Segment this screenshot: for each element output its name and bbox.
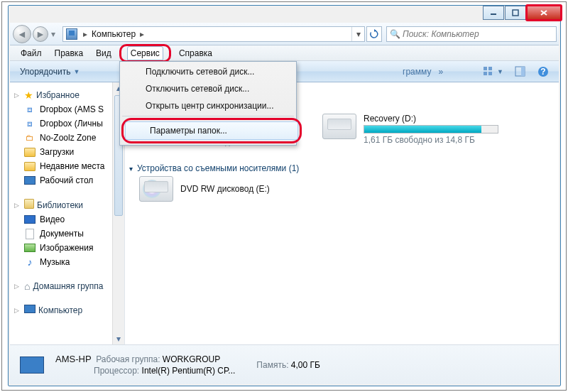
organize-button[interactable]: Упорядочить ▼ [14,65,85,79]
annotation-ring-folder-options: Параметры папок... [121,118,302,143]
details-cpu-value: Intel(R) Pentium(R) CP... [142,366,236,376]
organize-label: Упорядочить [20,67,70,77]
desktop-icon [24,175,36,186]
tools-dropdown: Подключить сетевой диск... Отключить сет… [119,61,297,146]
video-icon [24,214,36,225]
details-workgroup-label: Рабочая группа: [96,354,160,364]
arrow-right-icon: ► [36,28,45,40]
details-workgroup-value: WORKGROUP [163,354,220,364]
menu-map-network-drive[interactable]: Подключить сетевой диск... [121,63,295,80]
scroll-down-icon[interactable]: ▾ [113,333,124,344]
menu-open-sync-center[interactable]: Открыть центр синхронизации... [121,97,295,114]
details-computer-name: AMS-HP [55,354,92,364]
sidebar-item-recent[interactable]: Недавние места [14,159,124,173]
toolbar-text-fragment: грамму [403,67,431,77]
preview-pane-icon [515,66,526,77]
minimize-button[interactable] [483,6,504,20]
menu-view[interactable]: Вид [89,46,118,60]
chevron-down-icon: ▼ [73,68,80,75]
homegroup-icon: ⌂ [24,281,30,292]
menu-edit[interactable]: Правка [48,46,90,60]
explorer-window: ◄ ► ▾ ▸ Компьютер ▸ ▾ 🔍 Файл [8,5,561,386]
chevron-down-icon: ▾ [129,165,133,173]
drive-dvd[interactable]: DVD RW дисковод (E:) [139,176,270,202]
sidebar-item-music[interactable]: ♪Музыка [14,255,124,269]
breadcrumb-dropdown[interactable]: ▾ [351,27,364,41]
libraries-icon [24,199,34,211]
details-memory-value: 4,00 ГБ [291,360,320,370]
svg-rect-6 [484,72,487,75]
computer-large-icon [16,350,48,380]
sidebar-item-desktop[interactable]: Рабочий стол [14,173,124,187]
sidebar-item-nozoolz[interactable]: 🗀No-Zoolz Zone [14,131,124,145]
svg-rect-7 [488,72,492,75]
preview-pane-button[interactable] [509,64,532,80]
sidebar-item-videos[interactable]: Видео [14,212,124,227]
star-icon: ★ [24,89,33,101]
chevron-right-icon[interactable]: ▸ [137,29,147,39]
sidebar-homegroup-header[interactable]: ▷⌂Домашняя группа [14,279,124,293]
document-icon [24,228,36,239]
details-cpu-label: Процессор: [94,366,139,376]
pictures-icon [24,242,36,254]
sidebar-item-dropbox-ams[interactable]: ⧈Dropbox (AMS S [14,102,124,116]
computer-icon [24,305,36,315]
details-memory-label: Память: [256,360,288,370]
menu-separator [122,116,294,116]
tiles-icon [483,66,494,77]
sidebar-computer-header[interactable]: ▷Компьютер [14,303,124,317]
search-input[interactable] [387,29,556,39]
folder-icon: 🗀 [24,132,36,143]
sidebar-item-pictures[interactable]: Изображения [14,241,124,255]
help-button[interactable]: ? [532,64,555,80]
annotation-ring-tools: Сервис [119,44,171,62]
menu-help[interactable]: Справка [173,46,219,60]
sidebar-item-documents[interactable]: Документы [14,227,124,241]
sidebar-libraries-header[interactable]: ▷Библиотеки [14,197,124,212]
sidebar-item-dropbox-personal[interactable]: ⧈Dropbox (Личны [14,116,124,131]
drive-recovery-label: Recovery (D:) [364,114,498,124]
recent-icon [24,160,36,172]
toolbar-overflow[interactable]: » [438,67,443,77]
refresh-icon [369,29,379,39]
svg-rect-1 [513,10,518,16]
sidebar-item-downloads[interactable]: Загрузки [14,145,124,159]
drive-recovery-subtext: 1,61 ГБ свободно из 14,8 ГБ [364,135,498,145]
maximize-button[interactable] [505,6,526,20]
refresh-button[interactable] [366,26,382,42]
menu-tools[interactable]: Сервис [127,46,163,60]
details-pane: AMS-HP Рабочая группа: WORKGROUP Процесс… [10,344,559,384]
music-icon: ♪ [24,256,36,268]
svg-rect-9 [521,67,525,76]
sidebar-favorites-header[interactable]: ▷★Избранное [14,88,124,102]
drive-recovery[interactable]: Recovery (D:) 1,61 ГБ свободно из 14,8 Г… [322,114,498,145]
window-controls [483,5,561,22]
history-dropdown[interactable]: ▾ [48,25,58,43]
breadcrumb-root[interactable]: Компьютер [90,29,137,39]
menu-disconnect-network-drive[interactable]: Отключить сетевой диск... [121,80,295,97]
downloads-icon [24,146,36,158]
help-icon: ? [537,66,549,77]
forward-button[interactable]: ► [33,26,48,42]
dropbox-icon: ⧈ [24,104,36,115]
navigation-bar: ◄ ► ▾ ▸ Компьютер ▸ ▾ 🔍 [10,23,559,45]
drive-recovery-capacity-bar [364,125,498,134]
svg-rect-4 [484,67,487,70]
menu-folder-options[interactable]: Параметры папок... [125,121,298,140]
section-removable-header[interactable]: ▾ Устройства со съемными носителями (1) [129,163,299,173]
search-box[interactable]: 🔍 [386,26,557,42]
view-mode-button[interactable]: ▼ [477,64,509,80]
back-button[interactable]: ◄ [13,25,31,43]
menu-file[interactable]: Файл [14,46,48,60]
close-button[interactable] [527,6,561,20]
hdd-icon [322,114,356,139]
search-icon: 🔍 [390,29,400,39]
breadcrumb[interactable]: ▸ Компьютер ▸ ▾ [62,26,365,42]
chevron-down-icon: ▼ [497,68,503,75]
navigation-pane: ▷★Избранное ⧈Dropbox (AMS S ⧈Dropbox (Ли… [10,82,125,344]
dropbox-icon: ⧈ [24,118,36,129]
chevron-right-icon: ▸ [80,29,90,39]
dvd-drive-icon [139,176,173,202]
svg-text:?: ? [540,67,545,77]
menu-bar: Файл Правка Вид Сервис Справка [10,45,559,61]
